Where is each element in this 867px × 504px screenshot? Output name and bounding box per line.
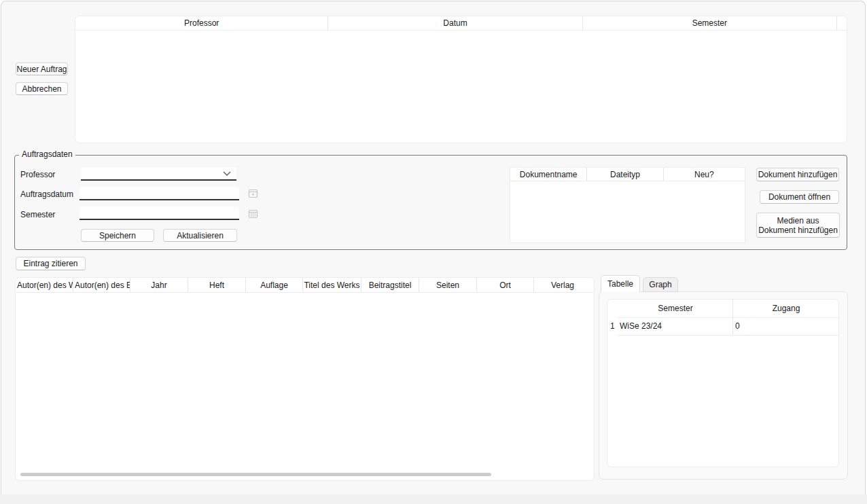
- professor-combobox[interactable]: [81, 167, 236, 181]
- documents-table-header: Dokumentname Dateityp Neu?: [510, 168, 745, 181]
- refresh-button[interactable]: Aktualisieren: [163, 229, 237, 242]
- citations-col-work-title[interactable]: Titel des Werks: [303, 278, 361, 292]
- citations-col-place[interactable]: Ort: [477, 278, 534, 292]
- open-document-button[interactable]: Dokument öffnen: [760, 190, 839, 204]
- citations-horizontal-scrollbar[interactable]: [20, 473, 491, 476]
- orders-table[interactable]: Professor Datum Semester: [75, 16, 847, 143]
- orders-col-professor[interactable]: Professor: [75, 16, 328, 30]
- calendar-grid-icon[interactable]: [248, 209, 258, 219]
- citations-col-work-authors[interactable]: Autor(en) des Werks: [16, 278, 73, 292]
- stats-table[interactable]: Semester Zugang 1 WiSe 23/24 0: [607, 299, 839, 467]
- stats-col-semester[interactable]: Semester: [607, 304, 732, 313]
- stats-col-zugang[interactable]: Zugang: [732, 304, 839, 313]
- professor-label: Professor: [20, 170, 55, 179]
- calendar-date-icon[interactable]: [248, 188, 258, 198]
- orders-col-filler: [837, 16, 847, 30]
- semester-input[interactable]: [79, 206, 239, 220]
- orders-col-semester[interactable]: Semester: [583, 16, 837, 30]
- citations-col-pages[interactable]: Seiten: [419, 278, 477, 292]
- cite-entry-button[interactable]: Eintrag zitieren: [16, 257, 86, 270]
- citations-table-header: Autor(en) des Werks Autor(en) des Beitra…: [16, 278, 594, 293]
- cancel-button[interactable]: Abbrechen: [16, 82, 68, 95]
- documents-col-filetype[interactable]: Dateityp: [587, 168, 663, 181]
- documents-col-name[interactable]: Dokumentname: [510, 168, 587, 181]
- save-button[interactable]: Speichern: [81, 229, 154, 242]
- citations-col-edition[interactable]: Auflage: [246, 278, 303, 292]
- add-document-button[interactable]: Dokument hinzufügen: [756, 168, 839, 181]
- orders-table-header: Professor Datum Semester: [75, 16, 847, 31]
- orders-col-datum[interactable]: Datum: [328, 16, 582, 30]
- citations-table[interactable]: Autor(en) des Werks Autor(en) des Beitra…: [15, 277, 595, 481]
- citations-col-issue[interactable]: Heft: [188, 278, 246, 292]
- documents-table[interactable]: Dokumentname Dateityp Neu?: [510, 167, 745, 243]
- new-order-button[interactable]: Neuer Auftrag: [16, 62, 68, 75]
- stats-row-semester[interactable]: WiSe 23/24: [620, 321, 662, 331]
- tab-graph[interactable]: Graph: [643, 277, 678, 292]
- chevron-down-icon: [223, 171, 231, 176]
- citations-col-year[interactable]: Jahr: [130, 278, 188, 292]
- order-data-title: Auftragsdaten: [19, 149, 75, 159]
- citations-col-publisher[interactable]: Verlag: [534, 278, 591, 292]
- tab-tabelle[interactable]: Tabelle: [601, 275, 640, 292]
- documents-col-new[interactable]: Neu?: [664, 168, 745, 181]
- stats-row-hairline: [618, 335, 839, 336]
- add-media-button[interactable]: Medien aus Dokument hinzufügen: [756, 213, 840, 238]
- order-date-input[interactable]: [79, 187, 239, 200]
- stats-row-zugang[interactable]: 0: [735, 321, 740, 331]
- citations-col-contribution-authors[interactable]: Autor(en) des Beitrags: [73, 278, 130, 292]
- stats-header-hairline: [618, 317, 839, 318]
- order-date-label: Auftragsdatum: [20, 190, 73, 199]
- semester-label: Semester: [20, 210, 55, 219]
- window-bottom-band: [0, 494, 867, 504]
- citations-col-contribution-title[interactable]: Beitragstitel: [361, 278, 419, 292]
- stats-row-number: 1: [610, 321, 615, 331]
